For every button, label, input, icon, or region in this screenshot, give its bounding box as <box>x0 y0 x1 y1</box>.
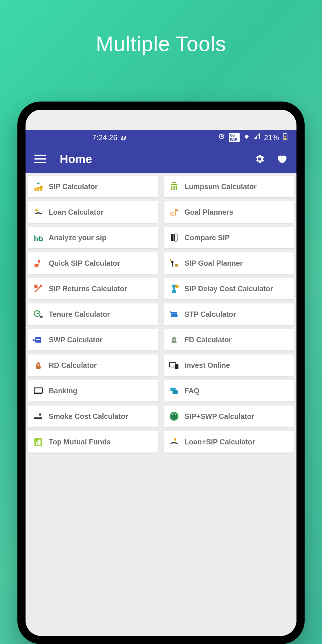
tool-label: Smoke Cost Calculator <box>49 412 128 421</box>
svg-point-9 <box>40 188 43 189</box>
tool-tile-lumpsum[interactable]: Lumpsum Calculator <box>164 176 294 197</box>
tool-tile-analyze[interactable]: Analyze your sip <box>28 227 158 248</box>
topmf-icon <box>32 435 45 448</box>
loansip-icon <box>168 435 180 448</box>
svg-point-4 <box>34 188 37 189</box>
svg-rect-63 <box>39 439 40 445</box>
tool-label: SWP Calculator <box>49 336 103 344</box>
lumpsum-icon <box>168 180 180 193</box>
svg-rect-47 <box>36 339 40 340</box>
tool-tile-topmf[interactable]: Top Mutual Funds <box>28 431 158 453</box>
tool-tile-returns[interactable]: %SIP Returns Calculator <box>28 278 158 299</box>
tool-label: SIP+SWP Calculator <box>184 412 254 421</box>
tool-tile-sip[interactable]: SIP Calculator <box>28 176 158 197</box>
smoke-icon <box>32 410 45 423</box>
returns-icon: % <box>32 282 45 295</box>
svg-rect-32 <box>172 263 173 267</box>
tool-tile-loan[interactable]: Loan Calculator <box>28 201 158 223</box>
phone-frame: 7:24:26 u VoWiFi 21% <box>17 102 305 644</box>
svg-line-25 <box>42 240 43 241</box>
svg-rect-57 <box>41 417 42 419</box>
tool-tile-rd[interactable]: ₹RD Calculator <box>28 354 158 376</box>
status-bar: 7:24:26 u VoWiFi 21% <box>26 130 296 145</box>
tool-tile-faq[interactable]: FAQ <box>164 380 294 401</box>
menu-button[interactable] <box>34 155 46 163</box>
svg-point-11 <box>40 186 43 187</box>
tool-tile-stp[interactable]: STP Calculator <box>164 303 294 325</box>
goalplan-icon <box>168 257 180 269</box>
tool-label: SIP Delay Cost Calculator <box>184 285 273 293</box>
svg-point-64 <box>174 438 176 441</box>
svg-point-10 <box>40 187 43 188</box>
stp-icon <box>168 308 180 321</box>
settings-button[interactable] <box>254 153 266 165</box>
tool-label: Compare SIP <box>184 234 230 242</box>
svg-rect-52 <box>34 388 42 393</box>
tool-label: FAQ <box>184 387 199 395</box>
sip-icon <box>32 180 45 193</box>
tool-label: Top Mutual Funds <box>49 438 111 446</box>
status-app-icon: u <box>121 133 126 142</box>
svg-rect-15 <box>176 186 177 190</box>
goal-icon <box>168 206 180 218</box>
tool-tile-smoke[interactable]: Smoke Cost Calculator <box>28 406 158 427</box>
svg-rect-45 <box>172 313 176 314</box>
svg-text:₹: ₹ <box>37 364 39 367</box>
svg-rect-56 <box>34 417 41 419</box>
tool-label: Banking <box>49 387 77 395</box>
swp-icon <box>32 333 45 346</box>
svg-point-18 <box>172 213 173 214</box>
svg-rect-12 <box>171 184 178 185</box>
svg-point-8 <box>40 189 43 191</box>
svg-rect-50 <box>169 362 176 367</box>
tool-label: SIP Calculator <box>49 182 98 191</box>
tool-label: FD Calculator <box>184 336 232 344</box>
banking-icon <box>32 384 45 397</box>
tool-tile-compare[interactable]: Compare SIP <box>164 227 294 248</box>
svg-rect-55 <box>173 390 178 394</box>
faq-icon <box>168 384 180 397</box>
tool-tile-loansip[interactable]: Loan+SIP Calculator <box>164 431 294 453</box>
svg-point-30 <box>34 264 39 266</box>
app-bar: Home <box>26 145 296 173</box>
tool-tile-goal[interactable]: Goal Planners <box>164 201 294 223</box>
tool-tile-swp[interactable]: SWP Calculator <box>28 329 158 350</box>
svg-point-43 <box>39 316 43 317</box>
delay-icon <box>168 282 180 295</box>
tool-tile-banking[interactable]: Banking <box>28 380 158 401</box>
svg-text:₹: ₹ <box>173 338 175 342</box>
svg-point-59 <box>171 414 177 419</box>
svg-rect-51 <box>175 365 178 369</box>
alarm-icon <box>218 133 225 142</box>
tool-label: SIP Goal Planner <box>184 259 243 267</box>
tool-tile-fd[interactable]: ₹FD Calculator <box>164 329 294 350</box>
vowifi-badge: VoWiFi <box>229 133 240 142</box>
tool-label: Loan+SIP Calculator <box>184 438 255 446</box>
tool-tile-quick[interactable]: Quick SIP Calculator <box>28 252 158 274</box>
content-area: SIP CalculatorLumpsum CalculatorLoan Cal… <box>26 173 296 636</box>
svg-point-3 <box>34 189 37 191</box>
tool-tile-sipswp[interactable]: SIP+SWP Calculator <box>164 406 294 427</box>
tool-tile-tenure[interactable]: Tenure Calculator <box>28 303 158 325</box>
tool-label: Goal Planners <box>184 208 233 216</box>
svg-rect-26 <box>171 234 173 241</box>
svg-point-5 <box>37 189 40 191</box>
tool-tile-goalplan[interactable]: SIP Goal Planner <box>164 252 294 274</box>
tool-label: Analyze your sip <box>49 234 106 242</box>
fd-icon: ₹ <box>168 333 180 346</box>
rd-icon: ₹ <box>32 359 45 372</box>
svg-point-31 <box>171 261 173 263</box>
svg-rect-62 <box>37 440 39 445</box>
status-time: 7:24:26 <box>92 133 117 142</box>
tenure-icon <box>32 308 45 321</box>
svg-rect-2 <box>284 138 286 140</box>
tool-tile-invest[interactable]: Invest Online <box>164 354 294 376</box>
svg-rect-61 <box>36 442 37 445</box>
svg-rect-1 <box>284 133 286 134</box>
tool-tile-delay[interactable]: SIP Delay Cost Calculator <box>164 278 294 299</box>
battery-text: 21% <box>264 133 279 142</box>
invest-icon <box>168 359 180 372</box>
tool-label: Tenure Calculator <box>49 310 110 319</box>
svg-rect-33 <box>175 264 178 267</box>
favorites-button[interactable] <box>276 153 288 165</box>
